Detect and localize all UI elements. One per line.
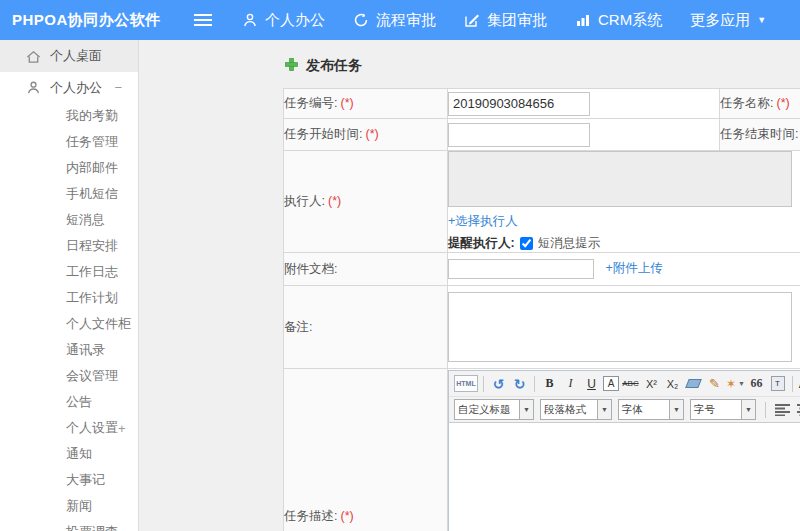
remark-cell	[448, 286, 800, 369]
eraser-icon[interactable]	[684, 374, 703, 393]
paragraph-format-select[interactable]: 段落格式 ▼	[540, 399, 612, 420]
sidebar-item-short-message[interactable]: 短消息	[0, 207, 138, 233]
sidebar-item-meeting-management[interactable]: 会议管理	[0, 363, 138, 389]
sidebar-item-task-management[interactable]: 任务管理	[0, 129, 138, 155]
toolbar-separator	[534, 376, 535, 392]
choose-executor-link[interactable]: +选择执行人	[448, 214, 518, 228]
task-form: 任务编号:(*) 任务名称:(*) 任务开始时间:(*)	[283, 88, 800, 531]
subscript-button[interactable]: X₂	[663, 374, 682, 393]
sidebar-item-contacts[interactable]: 通讯录	[0, 337, 138, 363]
html-source-button[interactable]: HTML	[454, 375, 478, 392]
editor-body[interactable]	[449, 422, 800, 531]
executor-textarea[interactable]	[448, 151, 792, 207]
undo-icon[interactable]: ↺	[489, 374, 508, 393]
field-label: 任务开始时间:	[284, 127, 362, 141]
strikethrough-button[interactable]: ABC	[621, 374, 640, 393]
sidebar-item-announcement[interactable]: 公告	[0, 389, 138, 415]
align-left-icon[interactable]	[775, 403, 790, 416]
sidebar-item-personal-office[interactable]: 个人办公 −	[0, 72, 138, 103]
sidebar-item-my-attendance[interactable]: 我的考勤	[0, 103, 138, 129]
sidebar-item-mobile-sms[interactable]: 手机短信	[0, 181, 138, 207]
row-attachment: 附件文档: +附件上传	[284, 253, 800, 286]
start-time-label: 任务开始时间:(*)	[284, 119, 448, 151]
top-bar: PHPOA协同办公软件 个人办公 流程审批 集团审批	[0, 0, 800, 40]
page-title-text: 发布任务	[306, 57, 362, 75]
nav-personal-office[interactable]: 个人办公	[242, 11, 325, 30]
user-icon	[242, 12, 258, 28]
chevron-down-icon[interactable]: ▼	[669, 400, 683, 419]
sidebar-item-label: 新闻	[66, 497, 92, 515]
sidebar-item-personal-settings[interactable]: 个人设置 +	[0, 415, 138, 441]
sidebar-item-label: 投票调查	[66, 523, 118, 531]
sms-remind-label: 短消息提示	[538, 235, 601, 252]
chevron-down-icon[interactable]: ▼	[741, 400, 755, 419]
sidebar-item-poll[interactable]: 投票调查	[0, 519, 138, 531]
sidebar-item-work-log[interactable]: 工作日志	[0, 259, 138, 285]
row-remark: 备注:	[284, 286, 800, 369]
sidebar-item-work-plan[interactable]: 工作计划	[0, 285, 138, 311]
attachment-cell: +附件上传	[448, 253, 800, 286]
font-family-select[interactable]: 字体 ▼	[618, 399, 684, 420]
required-mark: (*)	[365, 127, 378, 141]
redo-icon[interactable]: ↻	[510, 374, 529, 393]
font-size-select[interactable]: 字号 ▼	[690, 399, 756, 420]
blockquote-button[interactable]: 66	[747, 374, 766, 393]
attachment-upload-link[interactable]: +附件上传	[605, 261, 662, 275]
editor-toolbar-row2: 自定义标题 ▼ 段落格式 ▼ 字体 ▼	[449, 397, 800, 422]
task-number-label: 任务编号:(*)	[284, 89, 448, 119]
font-style-button[interactable]: A	[603, 376, 619, 391]
nav-workflow-approval[interactable]: 流程审批	[353, 11, 436, 30]
top-nav: 个人办公 流程审批 集团审批 CRM系统 更多应用	[242, 11, 766, 30]
home-icon	[26, 49, 41, 64]
alignment-buttons	[775, 403, 800, 416]
chevron-down-icon[interactable]: ▼	[519, 400, 533, 419]
sidebar-item-major-events[interactable]: 大事记	[0, 467, 138, 493]
required-mark: (*)	[340, 509, 353, 523]
task-number-input[interactable]	[448, 92, 590, 116]
description-label: 任务描述:(*)	[284, 369, 448, 531]
format-brush-icon[interactable]: ✎	[705, 374, 724, 393]
sidebar-item-news[interactable]: 新闻	[0, 493, 138, 519]
sms-remind-checkbox[interactable]	[520, 237, 533, 250]
nav-group-approval[interactable]: 集团审批	[464, 11, 547, 30]
collapse-icon[interactable]: −	[114, 80, 122, 95]
field-label: 任务描述:	[284, 509, 337, 523]
sidebar: 个人桌面 个人办公 − 我的考勤 任务管理 内部邮件 手机短信 短消息 日程安排…	[0, 40, 139, 531]
italic-button[interactable]: I	[561, 374, 580, 393]
sidebar-item-notice[interactable]: 通知	[0, 441, 138, 467]
magic-wand-icon[interactable]: ✶▼	[726, 374, 745, 393]
sidebar-item-label: 个人办公	[50, 79, 102, 97]
rich-text-editor: HTML ↺ ↻ B I U A ABC X² X₂	[448, 370, 800, 531]
sidebar-item-schedule[interactable]: 日程安排	[0, 233, 138, 259]
nav-more-apps[interactable]: 更多应用 ▼	[690, 11, 766, 30]
row-executor: 执行人:(*) +选择执行人 提醒执行人: 短消息提示	[284, 151, 800, 253]
field-label: 备注:	[284, 320, 312, 334]
sidebar-item-label: 会议管理	[66, 367, 118, 385]
remark-textarea[interactable]	[448, 292, 792, 362]
superscript-button[interactable]: X²	[642, 374, 661, 393]
plus-icon	[285, 58, 298, 74]
underline-button[interactable]: U	[582, 374, 601, 393]
custom-title-select[interactable]: 自定义标题 ▼	[454, 399, 534, 420]
field-label: 执行人:	[284, 194, 325, 208]
remark-label: 备注:	[284, 286, 448, 369]
menu-toggle-icon[interactable]	[194, 14, 212, 26]
field-label: 任务编号:	[284, 96, 337, 110]
expand-icon[interactable]: +	[118, 421, 126, 436]
nav-crm-system[interactable]: CRM系统	[575, 11, 662, 30]
editor-toolbar-row1: HTML ↺ ↻ B I U A ABC X² X₂	[449, 371, 800, 397]
field-label: 任务名称:	[720, 96, 773, 110]
sidebar-item-personal-cabinet[interactable]: 个人文件柜	[0, 311, 138, 337]
bold-button[interactable]: B	[540, 374, 559, 393]
sidebar-item-label: 短消息	[66, 211, 105, 229]
nav-label: 集团审批	[487, 11, 547, 30]
attachment-input[interactable]	[448, 259, 594, 279]
required-mark: (*)	[328, 194, 341, 208]
sidebar-item-internal-mail[interactable]: 内部邮件	[0, 155, 138, 181]
paste-as-text-icon[interactable]: T	[768, 374, 787, 393]
bar-chart-icon	[575, 12, 591, 28]
sidebar-item-label: 个人桌面	[50, 47, 102, 65]
sidebar-item-personal-desktop[interactable]: 个人桌面	[0, 40, 138, 72]
chevron-down-icon[interactable]: ▼	[597, 400, 611, 419]
start-time-input[interactable]	[448, 123, 590, 147]
